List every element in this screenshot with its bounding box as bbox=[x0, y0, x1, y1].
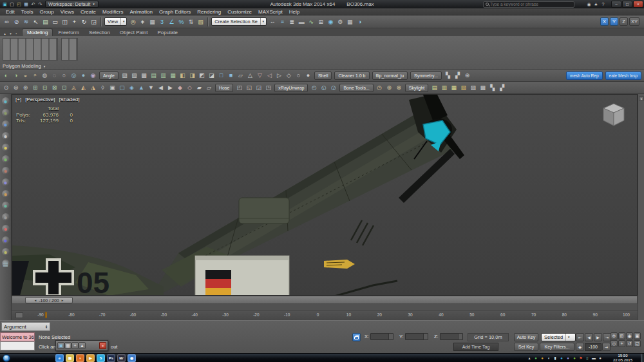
command-panel-collapsed[interactable]: ◂ bbox=[638, 94, 644, 320]
track-bar-mode-icon[interactable] bbox=[15, 312, 23, 318]
menu-item[interactable]: Help bbox=[286, 9, 303, 15]
tray-audio-icon[interactable]: ◖ bbox=[546, 355, 551, 361]
ribbon-config-icon[interactable]: ▾ bbox=[8, 30, 14, 36]
clone-tool-icon[interactable]: ◳ bbox=[263, 83, 273, 93]
float-pin-tool-icon[interactable]: ▲ bbox=[79, 342, 86, 349]
keyboard-override-icon[interactable]: ▦ bbox=[147, 17, 157, 26]
grid-snap-icon[interactable]: ▦ bbox=[2, 260, 10, 267]
ribbon-collapse-icon[interactable]: ▴ bbox=[2, 30, 8, 36]
slider-arrow-left-icon[interactable]: ◄ bbox=[34, 299, 37, 302]
show-desktop-button[interactable] bbox=[641, 354, 644, 362]
bridge-icon[interactable]: ▼ bbox=[146, 83, 156, 93]
select-by-name-icon[interactable]: ▤ bbox=[41, 17, 50, 26]
minimize-button[interactable]: – bbox=[611, 1, 621, 8]
selection-set-combo[interactable]: Create Selection Se ▼ bbox=[211, 17, 267, 26]
tray-gpu-icon[interactable]: ● bbox=[572, 355, 577, 361]
ik-chain-icon[interactable]: ◷ bbox=[375, 83, 384, 93]
shrink-selection-icon[interactable]: ⊟ bbox=[40, 83, 50, 93]
angle-snap-icon[interactable]: ∠ bbox=[167, 17, 176, 26]
layer-manager-icon[interactable]: ≣ bbox=[287, 17, 297, 26]
exposure-control-icon[interactable]: ▨ bbox=[468, 83, 478, 93]
direct-light-icon[interactable]: ▦ bbox=[449, 83, 459, 93]
space-warp-icon[interactable]: ● bbox=[2, 178, 10, 186]
taskbar-app-explorer[interactable]: ▣ bbox=[66, 354, 74, 362]
light-tool-icon[interactable]: ● bbox=[2, 120, 10, 128]
effects-icon[interactable]: ▚ bbox=[488, 83, 497, 93]
float-snap-tool-icon[interactable]: ▣ bbox=[57, 342, 64, 349]
show-end-result-icon[interactable]: ▧ bbox=[120, 71, 129, 81]
ribbon-pin-icon[interactable]: ▪ bbox=[14, 30, 19, 36]
curve-editor-icon[interactable]: ∿ bbox=[307, 17, 316, 26]
reference-coordinate-combo[interactable]: View ▼ bbox=[104, 17, 127, 26]
tray-security-icon[interactable]: ⚑ bbox=[578, 355, 583, 361]
weld-target-icon[interactable]: ◀ bbox=[156, 83, 166, 93]
track-bar[interactable] bbox=[12, 304, 638, 310]
snaps-toggle-3d-icon[interactable]: 3 bbox=[157, 17, 167, 26]
taskbar-app-skype[interactable]: S bbox=[97, 354, 105, 362]
ribbon-tab[interactable]: Freeform bbox=[53, 29, 83, 36]
tray-language-icon[interactable]: ▬ bbox=[591, 355, 596, 361]
search-box[interactable] bbox=[483, 1, 574, 8]
bone-color-icon[interactable]: ⊗ bbox=[394, 83, 404, 93]
polygon-modeling-button-grid[interactable] bbox=[3, 38, 58, 61]
sun-positioner-icon[interactable]: ▧ bbox=[459, 83, 468, 93]
ribbon-tab[interactable]: Selection bbox=[84, 29, 115, 36]
uv-grid-icon[interactable]: ▞ bbox=[453, 71, 462, 81]
zoom-extents-all-icon[interactable]: ▣ bbox=[634, 332, 641, 339]
y-coordinate-field[interactable] bbox=[405, 333, 428, 340]
previous-frame-icon[interactable]: ◀ bbox=[585, 333, 593, 341]
taskbar-app-photoshop[interactable]: Ps bbox=[107, 354, 115, 362]
ribbon-panel-footer[interactable]: Polygon Modeling ▾ bbox=[3, 63, 45, 69]
menu-item[interactable]: MAXScript bbox=[255, 9, 286, 15]
weld-vertices-icon[interactable]: ● bbox=[303, 71, 313, 81]
viewport-panel-toggle-icon[interactable]: ◂ bbox=[639, 96, 644, 101]
grow-selection-icon[interactable]: ⊞ bbox=[30, 83, 40, 93]
select-tool-icon[interactable]: ● bbox=[2, 97, 10, 105]
menu-item[interactable]: Graph Editors bbox=[156, 9, 194, 15]
vertex-color-display-icon[interactable]: ▽ bbox=[255, 71, 265, 81]
save-file-icon[interactable]: ▦ bbox=[23, 1, 30, 8]
current-frame-field[interactable]: -100 bbox=[585, 343, 601, 351]
perspective-viewport[interactable]: 05 [+] [Perspective] [Shaded] bbox=[12, 94, 638, 296]
geometry-tool-icon[interactable]: ● bbox=[2, 155, 10, 163]
close-icon[interactable]: × bbox=[99, 342, 106, 349]
zoom-extents-icon[interactable]: ◉ bbox=[626, 332, 633, 339]
show-frozen-gray-icon[interactable]: ◪ bbox=[207, 71, 216, 81]
menu-item[interactable]: Rendering bbox=[194, 9, 224, 15]
menu-item[interactable]: Modifiers bbox=[99, 9, 126, 15]
floating-toolbar[interactable]: ▣▦+▲ × bbox=[55, 340, 108, 351]
unlink-selection-icon[interactable]: ⊘ bbox=[12, 17, 21, 26]
key-filters-button[interactable]: Key Filters... bbox=[540, 343, 574, 351]
float-grid-tool-icon[interactable]: ▦ bbox=[64, 342, 71, 349]
select-and-link-icon[interactable]: ∞ bbox=[2, 17, 12, 26]
mesh-auto-repair-button[interactable]: mesh Auto Rep bbox=[566, 71, 602, 80]
key-mode-toggle-icon[interactable]: ◆ bbox=[576, 343, 584, 351]
isoline-display-icon[interactable]: ▩ bbox=[139, 71, 149, 81]
smooth-brush-icon[interactable]: ◓ bbox=[30, 71, 40, 81]
ribbon-tab[interactable]: Populate bbox=[153, 29, 182, 36]
show-cage-icon[interactable]: ▤ bbox=[149, 71, 158, 81]
cleaner-button[interactable]: Cleaner 1.0 b bbox=[334, 71, 369, 80]
subdiv-preview-icon[interactable]: ▷ bbox=[274, 71, 284, 81]
maxscript-listener-line[interactable] bbox=[0, 341, 35, 350]
angle-button[interactable]: Angle bbox=[99, 71, 118, 80]
maximize-viewport-icon[interactable]: ◱ bbox=[634, 340, 641, 347]
set-key-button[interactable]: Set Key bbox=[514, 343, 538, 351]
shell-button[interactable]: Shell bbox=[314, 71, 332, 80]
taskbar-app-mediaplayer[interactable]: ▶ bbox=[86, 354, 95, 362]
flatten-brush-icon[interactable]: ◍ bbox=[40, 71, 50, 81]
material-ball-icon[interactable]: ● bbox=[2, 109, 10, 117]
inset-icon[interactable]: ▲ bbox=[137, 83, 146, 93]
tray-show-hidden-icon[interactable]: ▴ bbox=[527, 355, 532, 361]
ribbon-tab[interactable]: Object Paint bbox=[115, 29, 153, 36]
xray-unwrap-button[interactable]: xRayUnwrap bbox=[274, 84, 308, 92]
taskbar-app-chrome[interactable]: ◉ bbox=[128, 354, 136, 362]
undo-icon[interactable]: ↶ bbox=[30, 1, 37, 8]
use-pivot-center-icon[interactable]: ◎ bbox=[128, 17, 138, 26]
ring-selection-icon[interactable]: ⊠ bbox=[50, 83, 59, 93]
hidden-line-icon[interactable]: ■ bbox=[226, 71, 236, 81]
omni-light-icon[interactable]: ▤ bbox=[430, 83, 439, 93]
tray-sync-icon[interactable]: ● bbox=[565, 355, 571, 361]
render-tool-icon[interactable]: ● bbox=[2, 225, 10, 233]
revert-brush-icon[interactable]: ◉ bbox=[88, 71, 98, 81]
